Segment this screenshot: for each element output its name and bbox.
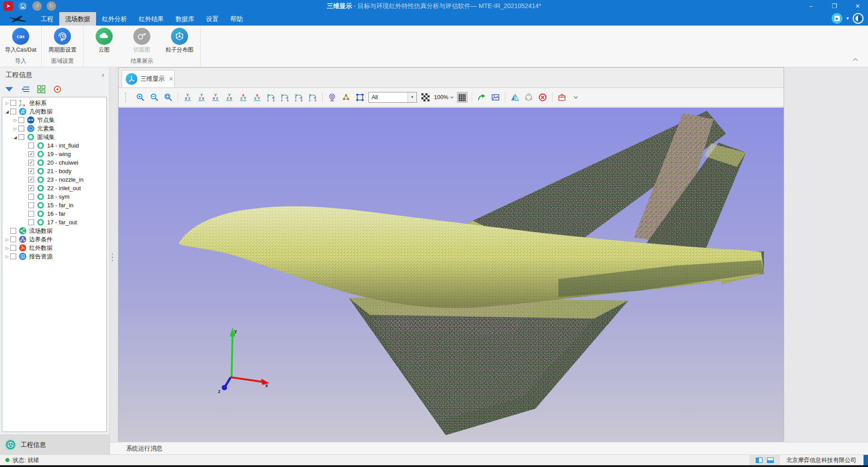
grid-icon[interactable]	[457, 92, 468, 103]
tree-checkbox[interactable]	[10, 109, 16, 114]
tree-item-20-chuiwei[interactable]: ✓20 - chuiwei	[2, 158, 106, 167]
close-icon[interactable]: ✕	[847, 0, 868, 12]
tree-checkbox[interactable]: ✓	[28, 151, 34, 157]
caret-down-icon[interactable]	[570, 92, 581, 103]
particle-dist-button[interactable]: 粒子分布图	[161, 28, 198, 54]
tree-checkbox[interactable]: ✓	[28, 168, 34, 174]
tree-checkbox[interactable]	[28, 202, 34, 208]
tree-item-18-sym[interactable]: 18 - sym	[2, 192, 106, 201]
combo-dropdown-icon[interactable]: ▼	[408, 92, 416, 102]
panel-toggle-bottom-icon[interactable]	[767, 458, 774, 463]
tree-checkbox[interactable]	[18, 117, 24, 123]
menu-item-1[interactable]: 流场数据	[59, 12, 96, 26]
tree-checkbox[interactable]: ✓	[28, 177, 34, 183]
tree-expand-icon[interactable]: ◢	[12, 135, 18, 140]
period-clock-button[interactable]: 周期面设置	[44, 28, 81, 54]
dropdown-caret-icon[interactable]: ▼	[846, 16, 850, 21]
tree-item-流场数据[interactable]: 流场数据	[2, 227, 106, 235]
zoom-fit-icon[interactable]	[163, 92, 174, 103]
zoom-out-icon[interactable]	[149, 92, 160, 103]
cloud-map-button[interactable]: 云图	[85, 28, 123, 54]
select-rect-icon[interactable]	[355, 92, 365, 103]
tree-checkbox[interactable]	[28, 143, 34, 148]
panel-toggle-left-icon[interactable]	[756, 458, 763, 463]
tree-item-元素集[interactable]: ▷元素集	[2, 124, 106, 133]
view-top-icon[interactable]: xz Y	[238, 92, 249, 103]
menu-item-0[interactable]: 工程	[35, 12, 59, 26]
tree-item-22-inlet-out[interactable]: ✓22 - inlet_out	[2, 184, 106, 192]
iso-view-2-icon[interactable]: Yxz	[280, 92, 290, 103]
panel-splitter[interactable]	[111, 253, 114, 265]
tree-item-23-nozzle-in[interactable]: ✓23 - nozzle_in	[2, 175, 106, 184]
cas-button[interactable]: cas导入Cas/Dat	[2, 28, 39, 54]
zoom-level-dropdown[interactable]: 100%	[434, 94, 454, 100]
tree-item-坐标系[interactable]: ▷Yzx坐标系	[2, 99, 106, 107]
zoom-in-icon[interactable]	[135, 92, 146, 103]
iso-view-1-icon[interactable]: Yxz	[266, 92, 276, 103]
menu-item-4[interactable]: 数据库	[170, 12, 200, 26]
tree-item-17-far-out[interactable]: 17 - far_out	[2, 218, 106, 227]
tree-item-19-wing[interactable]: ✓19 - wing	[2, 150, 106, 158]
menu-item-6[interactable]: 帮助	[224, 12, 249, 26]
tree-checkbox[interactable]	[28, 194, 34, 200]
display-filter-combo[interactable]: All▼	[368, 92, 417, 103]
box-icon[interactable]	[557, 92, 567, 103]
tab-3d-view[interactable]: 三维显示 ✕	[122, 70, 175, 87]
view-right-icon[interactable]: Yz x	[224, 92, 235, 103]
tree-expand-icon[interactable]: ▷	[4, 237, 10, 242]
cancel-icon[interactable]	[537, 92, 548, 103]
tree-checkbox[interactable]	[10, 245, 16, 251]
window-style-icon[interactable]: ▶	[832, 13, 842, 24]
tree-checkbox[interactable]: ✓	[28, 160, 34, 166]
tree-expand-icon[interactable]: ◢	[4, 109, 10, 114]
export-arrow-icon[interactable]	[476, 92, 487, 103]
tree-checkbox[interactable]	[28, 211, 34, 217]
tree-item-16-far[interactable]: 16 - far	[2, 209, 106, 218]
tree-checkbox[interactable]: ✓	[28, 185, 34, 191]
menu-item-3[interactable]: 红外结果	[133, 12, 170, 26]
drag-handle[interactable]	[121, 92, 132, 103]
minimize-icon[interactable]: –	[801, 0, 821, 12]
grid-view-icon[interactable]	[37, 85, 46, 94]
collapse-list-icon[interactable]	[21, 85, 30, 94]
restore-icon[interactable]: ❐	[824, 0, 845, 12]
menu-item-5[interactable]: 设置	[200, 12, 224, 26]
tree-checkbox[interactable]	[18, 134, 24, 140]
mirror-icon[interactable]	[509, 92, 520, 103]
view-front-icon[interactable]: Yx z	[182, 92, 193, 103]
tree-item-几何数据[interactable]: ◢几何数据	[2, 107, 106, 116]
slice-map-button[interactable]: 切面图	[123, 28, 161, 54]
tree-checkbox[interactable]	[18, 126, 24, 131]
view-left-icon[interactable]: Yx z	[210, 92, 221, 103]
tree-checkbox[interactable]	[10, 100, 16, 106]
tree-expand-icon[interactable]: ▷	[4, 254, 10, 259]
tree-expand-icon[interactable]: ▷	[12, 127, 18, 131]
tree-item-报告资源[interactable]: ▷报告资源	[2, 252, 106, 261]
menu-item-2[interactable]: 红外分析	[96, 12, 133, 26]
ribbon-collapse-icon[interactable]	[853, 57, 858, 62]
tree-item-15-far-in[interactable]: 15 - far_in	[2, 201, 106, 209]
view-bottom-icon[interactable]: xz Y	[252, 92, 263, 103]
filter-icon[interactable]	[4, 85, 13, 94]
tree-checkbox[interactable]	[10, 253, 16, 259]
smooth-icon[interactable]	[523, 92, 534, 103]
tree-item-面域集[interactable]: ◢面域集	[2, 133, 106, 141]
view-back-icon[interactable]: Yz x	[196, 92, 207, 103]
iso-view-4-icon[interactable]: Yxz	[307, 92, 318, 103]
tree-checkbox[interactable]	[10, 228, 16, 234]
tree-item-节点集[interactable]: ▷节点集	[2, 116, 106, 124]
viewport-3d[interactable]: x y z	[118, 108, 784, 442]
perspective-icon[interactable]	[327, 92, 338, 103]
tree-item-21-body[interactable]: ✓21 - body	[2, 167, 106, 175]
tree-expand-icon[interactable]: ▷	[4, 246, 10, 250]
tree-item-14-int-fluid[interactable]: 14 - int_fluid	[2, 141, 106, 150]
tab-close-icon[interactable]: ✕	[169, 76, 173, 82]
tree-checkbox[interactable]	[28, 219, 34, 225]
checker-icon[interactable]	[420, 92, 431, 103]
system-message-bar[interactable]: 系统运行消息	[110, 442, 868, 454]
tree-item-红外数据[interactable]: ▷红外数据	[2, 244, 106, 252]
iso-view-3-icon[interactable]: Yxz	[294, 92, 304, 103]
theme-icon[interactable]	[853, 13, 864, 24]
tree-expand-icon[interactable]: ▷	[4, 101, 10, 105]
tree-checkbox[interactable]	[10, 236, 16, 242]
